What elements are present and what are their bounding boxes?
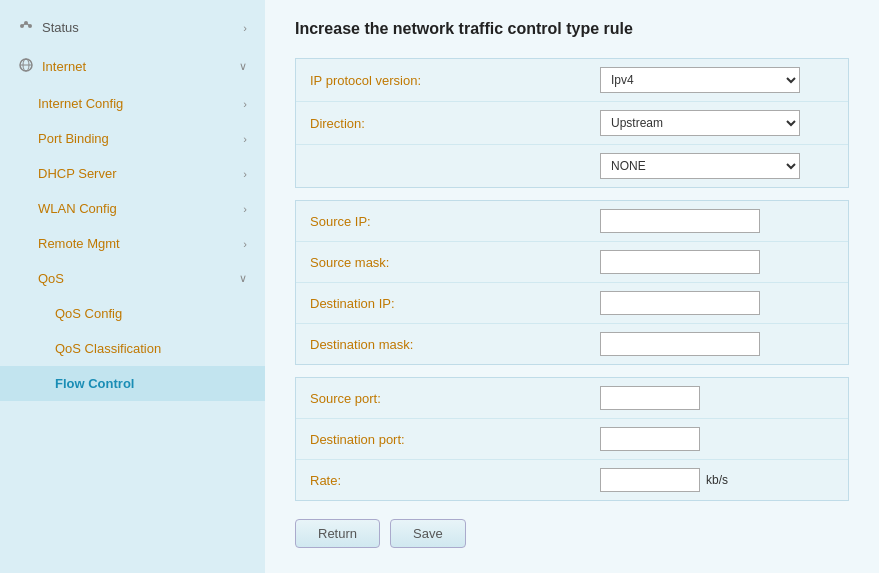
sidebar-item-wlan-config[interactable]: WLAN Config › bbox=[0, 191, 265, 226]
form-row-dest-ip: Destination IP: bbox=[296, 283, 848, 324]
sidebar-item-qos-config-label: QoS Config bbox=[55, 306, 122, 321]
rate-label: Rate: bbox=[310, 473, 600, 488]
ip-protocol-select[interactable]: Ipv4 Ipv6 bbox=[600, 67, 800, 93]
sidebar-item-port-binding[interactable]: Port Binding › bbox=[0, 121, 265, 156]
ip-protocol-control: Ipv4 Ipv6 bbox=[600, 67, 834, 93]
sidebar-chevron-internet: ∨ bbox=[239, 60, 247, 73]
status-icon bbox=[18, 18, 34, 37]
form-row-ip-protocol: IP protocol version: Ipv4 Ipv6 bbox=[296, 59, 848, 102]
sidebar-item-wlan-label: WLAN Config bbox=[38, 201, 117, 216]
form-row-source-mask: Source mask: bbox=[296, 242, 848, 283]
sidebar-chevron-qos: ∨ bbox=[239, 272, 247, 285]
sidebar-item-internet-label: Internet bbox=[42, 59, 86, 74]
direction-select[interactable]: Upstream Downstream bbox=[600, 110, 800, 136]
form-section-ip: Source IP: Source mask: Destination IP: … bbox=[295, 200, 849, 365]
dest-port-label: Destination port: bbox=[310, 432, 600, 447]
source-mask-control bbox=[600, 250, 834, 274]
dest-mask-control bbox=[600, 332, 834, 356]
globe-icon bbox=[18, 57, 34, 76]
dest-ip-control bbox=[600, 291, 834, 315]
source-ip-label: Source IP: bbox=[310, 214, 600, 229]
dest-port-input[interactable] bbox=[600, 427, 700, 451]
sidebar-item-internet-config[interactable]: Internet Config › bbox=[0, 86, 265, 121]
main-content: Increase the network traffic control typ… bbox=[265, 0, 879, 573]
sidebar-item-flow-control[interactable]: Flow Control bbox=[0, 366, 265, 401]
sidebar-item-dhcp-server[interactable]: DHCP Server › bbox=[0, 156, 265, 191]
source-port-label: Source port: bbox=[310, 391, 600, 406]
source-mask-input[interactable] bbox=[600, 250, 760, 274]
dest-port-control bbox=[600, 427, 834, 451]
sidebar-chevron-port-binding: › bbox=[243, 133, 247, 145]
form-row-source-ip: Source IP: bbox=[296, 201, 848, 242]
source-port-input[interactable] bbox=[600, 386, 700, 410]
sidebar-item-qos-class-label: QoS Classification bbox=[55, 341, 161, 356]
return-button[interactable]: Return bbox=[295, 519, 380, 548]
sidebar-item-qos-classification[interactable]: QoS Classification bbox=[0, 331, 265, 366]
page-title: Increase the network traffic control typ… bbox=[295, 20, 849, 38]
sidebar-item-remote-mgmt[interactable]: Remote Mgmt › bbox=[0, 226, 265, 261]
dest-mask-label: Destination mask: bbox=[310, 337, 600, 352]
form-row-rate: Rate: kb/s bbox=[296, 460, 848, 500]
rate-unit: kb/s bbox=[706, 473, 728, 487]
form-row-direction: Direction: Upstream Downstream bbox=[296, 102, 848, 145]
sidebar-item-status[interactable]: Status › bbox=[0, 8, 265, 47]
sidebar-item-qos[interactable]: QoS ∨ bbox=[0, 261, 265, 296]
form-section-ports: Source port: Destination port: Rate: kb/… bbox=[295, 377, 849, 501]
direction-control: Upstream Downstream bbox=[600, 110, 834, 136]
form-row-dest-mask: Destination mask: bbox=[296, 324, 848, 364]
none-select[interactable]: NONE bbox=[600, 153, 800, 179]
sidebar-item-qos-label: QoS bbox=[38, 271, 64, 286]
dest-mask-input[interactable] bbox=[600, 332, 760, 356]
source-port-control bbox=[600, 386, 834, 410]
sidebar-item-port-binding-label: Port Binding bbox=[38, 131, 109, 146]
sidebar-chevron-wlan: › bbox=[243, 203, 247, 215]
source-ip-input[interactable] bbox=[600, 209, 760, 233]
dest-ip-input[interactable] bbox=[600, 291, 760, 315]
form-row-source-port: Source port: bbox=[296, 378, 848, 419]
form-section-protocol: IP protocol version: Ipv4 Ipv6 Direction… bbox=[295, 58, 849, 188]
ip-protocol-label: IP protocol version: bbox=[310, 73, 600, 88]
form-row-dest-port: Destination port: bbox=[296, 419, 848, 460]
sidebar-chevron-dhcp: › bbox=[243, 168, 247, 180]
sidebar-item-dhcp-label: DHCP Server bbox=[38, 166, 117, 181]
source-mask-label: Source mask: bbox=[310, 255, 600, 270]
sidebar-chevron-remote: › bbox=[243, 238, 247, 250]
rate-control: kb/s bbox=[600, 468, 834, 492]
sidebar-item-status-label: Status bbox=[42, 20, 79, 35]
sidebar: Status › Internet ∨ Internet Config › Po… bbox=[0, 0, 265, 573]
sidebar-chevron-internet-config: › bbox=[243, 98, 247, 110]
sidebar-chevron-status: › bbox=[243, 22, 247, 34]
sidebar-item-flow-control-label: Flow Control bbox=[55, 376, 134, 391]
rate-input[interactable] bbox=[600, 468, 700, 492]
direction-label: Direction: bbox=[310, 116, 600, 131]
button-row: Return Save bbox=[295, 519, 849, 548]
none-control: NONE bbox=[600, 153, 834, 179]
source-ip-control bbox=[600, 209, 834, 233]
form-row-none: NONE bbox=[296, 145, 848, 187]
dest-ip-label: Destination IP: bbox=[310, 296, 600, 311]
save-button[interactable]: Save bbox=[390, 519, 466, 548]
sidebar-item-qos-config[interactable]: QoS Config bbox=[0, 296, 265, 331]
sidebar-item-internet-config-label: Internet Config bbox=[38, 96, 123, 111]
sidebar-item-internet[interactable]: Internet ∨ bbox=[0, 47, 265, 86]
sidebar-item-remote-label: Remote Mgmt bbox=[38, 236, 120, 251]
